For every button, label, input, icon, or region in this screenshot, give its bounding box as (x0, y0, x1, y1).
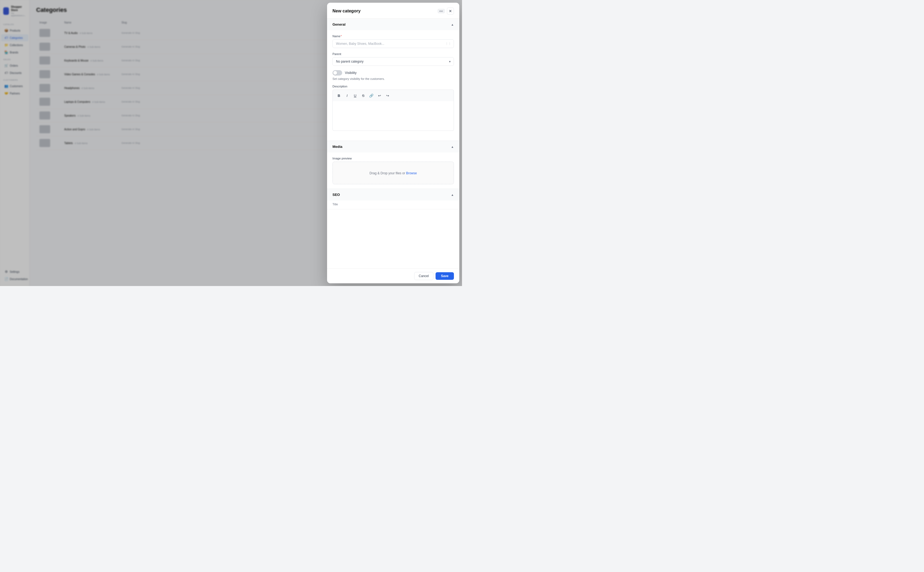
save-button[interactable]: Save (436, 272, 454, 280)
modal-header-actions: esc ✕ (438, 8, 454, 15)
underline-button[interactable]: U (352, 92, 359, 99)
visibility-toggle[interactable] (333, 70, 342, 76)
parent-select[interactable]: No parent category TV & Audio Cameras & … (333, 57, 454, 66)
media-section: Media ▲ Image preview Drag & Drop your f… (327, 141, 459, 189)
link-button[interactable]: 🔗 (368, 92, 375, 99)
description-field-group: Description B I U S 🔗 ↩ ↪ (333, 85, 454, 132)
name-input-wrapper: ⋮⋮ (333, 39, 454, 48)
new-category-modal: New category esc ✕ General ▲ Name* (327, 3, 459, 283)
name-label: Name* (333, 34, 454, 38)
image-drop-zone[interactable]: Drag & Drop your files or Browse (333, 162, 454, 184)
italic-button[interactable]: I (344, 92, 350, 99)
media-chevron-icon: ▲ (451, 145, 454, 148)
toggle-knob (333, 71, 337, 75)
description-toolbar: B I U S 🔗 ↩ ↪ (333, 90, 454, 101)
general-section-title: General (333, 22, 345, 26)
modal-close-button[interactable]: ✕ (447, 8, 454, 15)
modal-header: New category esc ✕ (327, 3, 459, 19)
redo-button[interactable]: ↪ (384, 92, 391, 99)
strikethrough-button[interactable]: S (360, 92, 367, 99)
media-section-content: Image preview Drag & Drop your files or … (327, 152, 459, 189)
visibility-hint: Set category visibility for the customer… (333, 77, 454, 81)
visibility-field-group: Visibility Set category visibility for t… (333, 70, 454, 81)
media-section-header[interactable]: Media ▲ (327, 141, 459, 152)
modal-body: General ▲ Name* ⋮⋮ Parent (327, 19, 459, 269)
description-editor[interactable] (333, 101, 454, 131)
seo-section: SEO ▲ Title (327, 189, 459, 209)
general-section: General ▲ Name* ⋮⋮ Parent (327, 19, 459, 141)
name-field-group: Name* ⋮⋮ (333, 34, 454, 48)
bold-button[interactable]: B (336, 92, 342, 99)
esc-badge: esc (438, 9, 445, 13)
seo-section-header[interactable]: SEO ▲ (327, 189, 459, 201)
name-input-icon: ⋮⋮ (445, 42, 451, 46)
general-section-header[interactable]: General ▲ (327, 19, 459, 30)
media-section-title: Media (333, 145, 342, 149)
drop-zone-text: Drag & Drop your files or Browse (369, 171, 417, 175)
parent-field-group: Parent No parent category TV & Audio Cam… (333, 52, 454, 66)
undo-button[interactable]: ↩ (376, 92, 383, 99)
seo-chevron-icon: ▲ (451, 193, 454, 196)
parent-label: Parent (333, 52, 454, 56)
cancel-button[interactable]: Cancel (414, 272, 433, 280)
browse-link[interactable]: Browse (406, 171, 417, 175)
visibility-label: Visibility (345, 71, 356, 75)
general-section-content: Name* ⋮⋮ Parent No parent category TV & … (327, 30, 459, 141)
general-chevron-icon: ▲ (451, 23, 454, 26)
seo-partial-title: Title (327, 201, 459, 209)
visibility-row: Visibility (333, 70, 454, 76)
seo-section-title: SEO (333, 193, 340, 197)
modal-footer: Cancel Save (327, 269, 459, 283)
name-input[interactable] (333, 39, 454, 48)
modal-title: New category (333, 9, 361, 14)
image-preview-label: Image preview (333, 157, 454, 160)
description-label: Description (333, 85, 454, 88)
parent-select-wrapper: No parent category TV & Audio Cameras & … (333, 57, 454, 66)
